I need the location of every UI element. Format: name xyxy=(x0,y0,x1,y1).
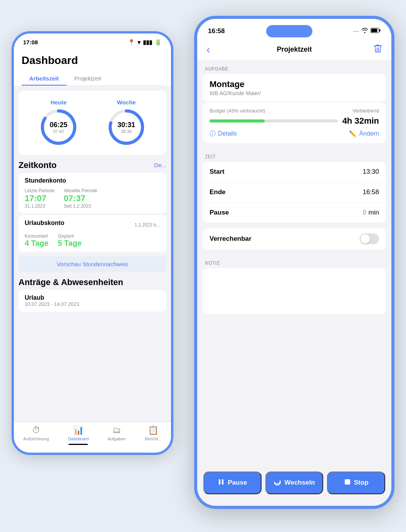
svg-rect-6 xyxy=(371,29,377,32)
info-icon: ⓘ xyxy=(210,130,216,138)
wechseln-btn-label: Wechseln xyxy=(284,479,315,487)
nav-aufgaben[interactable]: 🗂 Aufgaben xyxy=(108,425,126,445)
svg-rect-9 xyxy=(345,479,350,485)
pause-button[interactable]: Pause xyxy=(203,472,262,494)
phone1-status-bar: 17:08 📍 ▾ ▮▮▮ 🔋 xyxy=(14,34,171,47)
zeitkonto-title: Zeitkonto xyxy=(18,160,57,170)
pause-row[interactable]: Pause 0 min xyxy=(203,203,386,223)
antrage-item-date: 10.07.2023 - 14.07.2023 xyxy=(25,301,160,307)
circle-woche-total: 38:30 xyxy=(117,129,135,133)
verrechenbar-toggle[interactable] xyxy=(360,233,379,244)
aufgabe-section-label: AUFGABE xyxy=(197,61,391,74)
wechseln-button[interactable]: Wechseln xyxy=(265,472,324,494)
battery-icon: 🔋 xyxy=(154,39,162,46)
antrage-section-header: Anträge & Abwesenheiten xyxy=(18,277,166,287)
konsumiert-col: Konsumiert 4 Tage xyxy=(25,233,49,248)
zeit-section-label: ZEIT xyxy=(197,149,391,162)
antrage-title: Anträge & Abwesenheiten xyxy=(18,277,123,287)
budget-bar-bg xyxy=(210,119,338,123)
pause-unit: min xyxy=(369,209,379,216)
phone2-status-bar: 16:58 ···· xyxy=(197,19,391,40)
circle-woche: Woche 30:31 38:30 xyxy=(107,99,146,146)
aufgabe-sub: WB AG/Kunde Maier/ xyxy=(210,90,379,96)
antrage-item-name: Urlaub xyxy=(25,294,160,301)
edit-icon: ✏️ xyxy=(349,130,357,138)
circle-woche-time: 30:31 xyxy=(117,121,135,129)
konsumiert-val: 4 Tage xyxy=(25,239,49,247)
pause-val-wrap: 0 min xyxy=(363,209,379,216)
nav-bericht[interactable]: 📋 Bericht... xyxy=(145,425,161,445)
wechseln-icon xyxy=(273,478,281,487)
report-icon: 📋 xyxy=(148,425,158,435)
ende-val: 16:58 xyxy=(362,188,379,196)
letzte-periode-label: Letzte Periode xyxy=(25,188,54,193)
geplant-val: 5 Tage xyxy=(58,239,82,247)
budget-bar-fill xyxy=(210,119,265,123)
aufgabe-name: Montage xyxy=(210,79,379,89)
zeitkonto-section-header: Zeitkonto De... xyxy=(18,160,166,170)
details-label: Details xyxy=(218,130,237,137)
start-val: 13:30 xyxy=(362,168,379,176)
phone2-action-bar: Pause Wechseln xyxy=(197,467,391,506)
phone1-header: Dashboard Arbeitszeit Projektzeit xyxy=(14,47,171,86)
verrechenbar-label: Verrechenbar xyxy=(210,235,252,243)
notiz-section-label: NOTIZ xyxy=(197,255,391,268)
nav-active-indicator xyxy=(69,444,88,445)
geplant-label: Geplant xyxy=(58,233,82,239)
vorschau-button[interactable]: Vorschau Stundennachweis xyxy=(18,256,166,272)
budget-label: Budget (43% verbraucht) xyxy=(210,108,265,114)
stop-icon xyxy=(344,478,351,487)
nav-dashboard[interactable]: 📊 Dashboard xyxy=(68,425,89,445)
nav-aufzeichnung[interactable]: ⏱ Aufzeichnung xyxy=(23,425,49,445)
budget-header: Budget (43% verbraucht) Verbleibend xyxy=(210,108,379,114)
zeitkonto-link[interactable]: De... xyxy=(154,162,166,168)
phone2-page-title: Projektzeit xyxy=(277,45,312,54)
phone2-time: 16:58 xyxy=(208,27,225,35)
circle-woche-label: Woche xyxy=(117,99,136,106)
dashboard-icon: 📊 xyxy=(73,425,84,435)
stundenkonto-title: Stundenkonto xyxy=(25,177,160,184)
circle-heute-label: Heute xyxy=(50,99,67,106)
aktuelle-periode-val: 07:37 xyxy=(64,193,85,203)
urlaubskonto-date: 1.1.2023 b... xyxy=(134,222,160,228)
phone2-main-content: AUFGABE Montage WB AG/Kunde Maier/ Budge… xyxy=(197,61,391,482)
notiz-input-area[interactable] xyxy=(203,268,386,314)
phone2-wifi-icon xyxy=(361,28,368,34)
aendern-label: Ändern xyxy=(359,130,379,137)
circle-heute-time: 06:25 xyxy=(50,121,67,129)
phone1-page-title: Dashboard xyxy=(22,51,163,71)
aktuelle-periode-label: Aktuelle Periode xyxy=(64,188,97,193)
tab-projektzeit[interactable]: Projektzeit xyxy=(67,71,109,86)
aktuelle-periode-date: Seit 1.2.2023 xyxy=(64,203,97,209)
budget-card: Budget (43% verbraucht) Verbleibend 4h 3… xyxy=(203,102,386,143)
phone2-status-icons: ···· xyxy=(354,28,381,34)
stop-button[interactable]: Stop xyxy=(327,472,385,494)
svg-rect-7 xyxy=(219,479,220,485)
tab-arbeitszeit[interactable]: Arbeitszeit xyxy=(22,71,67,86)
aendern-button[interactable]: ✏️ Ändern xyxy=(349,130,379,138)
start-row[interactable]: Start 13:30 xyxy=(203,162,386,182)
back-button[interactable]: ‹ xyxy=(206,44,219,56)
dynamic-island xyxy=(266,25,312,37)
circles-row: Heute 06:25 07:42 xyxy=(25,96,160,149)
wifi-icon: ▾ xyxy=(138,39,141,46)
delete-button[interactable] xyxy=(370,44,382,55)
phone2-nav-bar: ‹ Projektzeit xyxy=(197,40,391,61)
verrechenbar-card: Verrechenbar xyxy=(203,228,386,250)
ende-row[interactable]: Ende 16:58 xyxy=(203,182,386,203)
circle-heute-total: 07:42 xyxy=(50,129,67,133)
budget-remaining-val: 4h 32min xyxy=(342,116,379,126)
antrage-card: Urlaub 10.07.2023 - 14.07.2023 xyxy=(18,290,166,312)
urlaub-row: Konsumiert 4 Tage Geplant 5 Tage xyxy=(25,233,160,248)
pause-val: 0 xyxy=(363,209,366,216)
pause-label: Pause xyxy=(210,209,229,216)
ende-label: Ende xyxy=(210,188,226,196)
details-button[interactable]: ⓘ Details xyxy=(210,130,237,138)
stop-btn-label: Stop xyxy=(354,479,369,487)
phone1-bottom-nav: ⏱ Aufzeichnung 📊 Dashboard 🗂 Aufgaben 📋 … xyxy=(14,422,171,453)
nav-aufzeichnung-label: Aufzeichnung xyxy=(23,436,49,441)
phone2-projektzeit: 16:58 ···· xyxy=(194,16,394,509)
nav-aufgaben-label: Aufgaben xyxy=(108,436,126,441)
svg-rect-5 xyxy=(379,29,381,32)
letzte-periode-date: 31.1.2023 xyxy=(25,203,54,209)
